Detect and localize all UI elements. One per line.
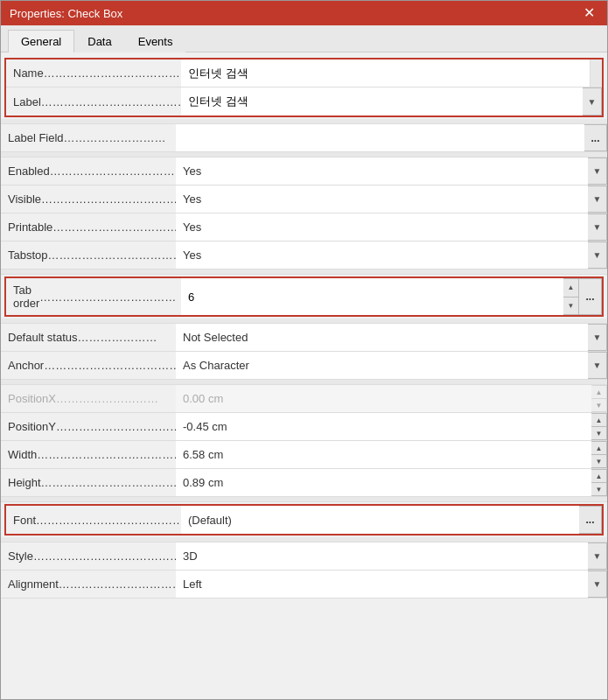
- visible-dropdown-btn[interactable]: ▼: [588, 186, 607, 213]
- tab-order-group: Tab order……………………………… ▲ ▼ ...: [4, 276, 604, 317]
- width-spinner: ▲ ▼: [591, 441, 607, 468]
- label-field-input[interactable]: [179, 130, 581, 146]
- enabled-row: Enabled………………………………… Yes ▼: [1, 158, 607, 186]
- properties-window: Properties: Check Box ✕ General Data Eve…: [0, 0, 608, 700]
- positionx-spinner: ▲ ▼: [591, 385, 607, 412]
- label-value-cell: [181, 88, 583, 116]
- tab-order-spinner: ▲ ▼: [563, 278, 579, 315]
- positiony-value-cell: -0.45 cm: [176, 413, 591, 440]
- enabled-value: Yes: [179, 161, 584, 181]
- label-field-ellipsis-btn[interactable]: ...: [584, 124, 607, 151]
- tabstop-value-cell: Yes: [176, 242, 588, 269]
- positiony-label: PositionY……………………………: [1, 413, 176, 440]
- tab-order-row: Tab order……………………………… ▲ ▼ ...: [6, 278, 602, 315]
- anchor-dropdown-btn[interactable]: ▼: [588, 352, 607, 379]
- visible-value-cell: Yes: [176, 186, 588, 213]
- tab-order-spinner-up[interactable]: ▲: [563, 279, 578, 298]
- name-label-group: Name……………………………… Label………………………………… ▼: [4, 58, 604, 117]
- label-input[interactable]: [185, 94, 579, 110]
- gap3: [1, 270, 607, 275]
- tabstop-row: Tabstop…………………………………… Yes ▼: [1, 242, 607, 270]
- alignment-dropdown-btn[interactable]: ▼: [588, 570, 607, 598]
- alignment-row: Alignment………………………………… Left ▼: [1, 570, 607, 598]
- font-value: (Default): [185, 510, 576, 530]
- close-button[interactable]: ✕: [580, 6, 598, 20]
- name-value-cell: [181, 60, 590, 87]
- style-label: Style……………………………………: [1, 542, 176, 570]
- window-title: Properties: Check Box: [10, 7, 122, 20]
- tabstop-label: Tabstop……………………………………: [1, 242, 176, 269]
- height-label: Height………………………………………: [1, 469, 176, 496]
- name-input[interactable]: [185, 65, 586, 81]
- anchor-value: As Character: [179, 355, 584, 375]
- name-label: Name………………………………: [6, 60, 181, 87]
- font-group: Font…………………………………… (Default) ...: [4, 504, 604, 536]
- positiony-spinner-down[interactable]: ▼: [591, 427, 606, 439]
- height-spinner-up[interactable]: ▲: [591, 470, 606, 483]
- positionx-value-cell: 0.00 cm: [176, 385, 591, 412]
- font-value-cell: (Default): [181, 506, 579, 534]
- default-status-row: Default status………………… Not Selected ▼: [1, 324, 607, 352]
- style-value-cell: 3D: [176, 542, 588, 570]
- height-value-cell: 0.89 cm: [176, 469, 591, 496]
- default-status-value: Not Selected: [179, 327, 584, 347]
- width-value-cell: 6.58 cm: [176, 441, 591, 468]
- name-row: Name………………………………: [6, 60, 602, 88]
- alignment-value: Left: [179, 574, 584, 594]
- enabled-value-cell: Yes: [176, 158, 588, 185]
- label-dropdown-btn[interactable]: ▼: [583, 88, 602, 116]
- positiony-spinner: ▲ ▼: [591, 413, 607, 440]
- positionx-row: PositionX……………………… 0.00 cm ▲ ▼: [1, 385, 607, 413]
- tab-events[interactable]: Events: [125, 30, 186, 52]
- style-row: Style…………………………………… 3D ▼: [1, 542, 607, 570]
- label-field-row: Label Field……………………… ...: [1, 124, 607, 152]
- printable-value: Yes: [179, 217, 584, 237]
- tab-order-spinner-down[interactable]: ▼: [563, 298, 578, 315]
- tab-order-value-cell: [181, 278, 563, 315]
- label-field-label: Label Field………………………: [1, 124, 176, 151]
- tab-order-input[interactable]: [185, 289, 560, 305]
- anchor-row: Anchor………………………………… As Character ▼: [1, 352, 607, 380]
- default-status-dropdown-btn[interactable]: ▼: [588, 324, 607, 351]
- label-label: Label…………………………………: [6, 88, 181, 116]
- default-status-value-cell: Not Selected: [176, 324, 588, 351]
- enabled-dropdown-btn[interactable]: ▼: [588, 158, 607, 185]
- visible-row: Visible…………………………………… Yes ▼: [1, 186, 607, 214]
- printable-dropdown-btn[interactable]: ▼: [588, 214, 607, 241]
- positionx-spinner-down[interactable]: ▼: [591, 399, 606, 411]
- gap6: [1, 497, 607, 502]
- height-row: Height……………………………………… 0.89 cm ▲ ▼: [1, 469, 607, 497]
- positionx-label: PositionX………………………: [1, 385, 176, 412]
- label-row: Label………………………………… ▼: [6, 88, 602, 116]
- width-spinner-down[interactable]: ▼: [591, 455, 606, 467]
- style-value: 3D: [179, 546, 584, 566]
- positiony-spinner-up[interactable]: ▲: [591, 414, 606, 427]
- tab-order-label: Tab order………………………………: [6, 278, 181, 315]
- style-dropdown-btn[interactable]: ▼: [588, 542, 607, 570]
- anchor-value-cell: As Character: [176, 352, 588, 379]
- label-field-value-cell: [176, 124, 584, 151]
- positionx-spinner-up[interactable]: ▲: [591, 386, 606, 399]
- properties-content: Name……………………………… Label………………………………… ▼: [1, 52, 607, 699]
- height-spinner: ▲ ▼: [591, 469, 607, 496]
- positiony-row: PositionY…………………………… -0.45 cm ▲ ▼: [1, 413, 607, 441]
- printable-row: Printable………………………………… Yes ▼: [1, 214, 607, 242]
- tabstop-value: Yes: [179, 245, 584, 265]
- visible-value: Yes: [179, 189, 584, 209]
- width-spinner-up[interactable]: ▲: [591, 442, 606, 455]
- printable-label: Printable…………………………………: [1, 214, 176, 241]
- width-label: Width………………………………………: [1, 441, 176, 468]
- width-value: 6.58 cm: [179, 444, 588, 465]
- tab-order-ellipsis-btn[interactable]: ...: [579, 278, 602, 315]
- height-value: 0.89 cm: [179, 472, 588, 493]
- enabled-label: Enabled…………………………………: [1, 158, 176, 185]
- positionx-value: 0.00 cm: [179, 388, 588, 409]
- printable-value-cell: Yes: [176, 214, 588, 241]
- font-ellipsis-btn[interactable]: ...: [579, 506, 602, 534]
- tab-data[interactable]: Data: [74, 30, 124, 52]
- height-spinner-down[interactable]: ▼: [591, 483, 606, 495]
- width-row: Width……………………………………… 6.58 cm ▲ ▼: [1, 441, 607, 469]
- tabstop-dropdown-btn[interactable]: ▼: [588, 242, 607, 269]
- tab-general[interactable]: General: [8, 30, 74, 52]
- anchor-label: Anchor…………………………………: [1, 352, 176, 379]
